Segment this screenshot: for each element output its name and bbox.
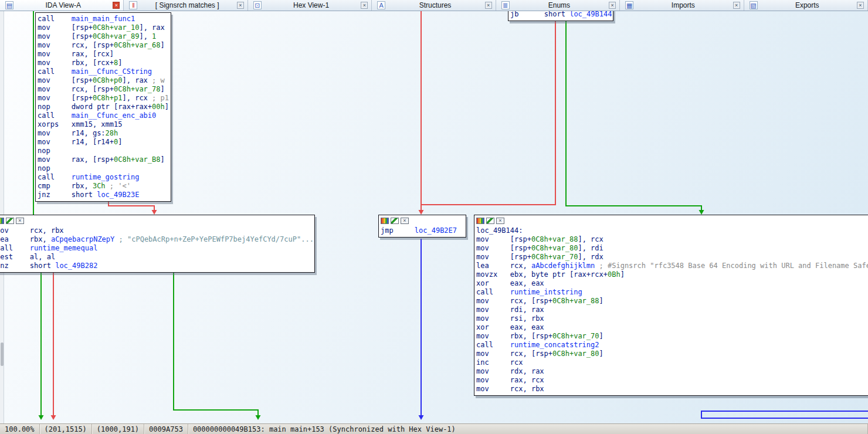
code-listing: jmp loc_49B2E7 (379, 225, 466, 237)
tab-close-icon[interactable]: × (361, 2, 368, 9)
node-color-icon[interactable] (381, 218, 389, 224)
code-text: call (38, 15, 72, 23)
code-text (114, 235, 118, 243)
node-loc-49b144[interactable]: ×loc_49B144:mov [rsp+0C8h+var_88], rcxmo… (474, 215, 868, 396)
code-text: 0C8h+var_10 (93, 23, 139, 32)
code-text: ] (599, 350, 603, 358)
exports-icon: ▧ (750, 1, 758, 9)
node-edit-icon[interactable] (391, 218, 399, 224)
code-ref[interactable]: runtime_intstring (510, 288, 582, 296)
imports-icon: ▦ (625, 1, 633, 9)
tab-structures[interactable]: AStructures× (372, 0, 496, 11)
code-ref[interactable]: aAbcdefghijklmn (531, 262, 595, 270)
code-text: xorps xmm15, xmm15 (38, 120, 123, 128)
node-edit-icon[interactable] (6, 218, 14, 224)
tab-exports[interactable]: ▧Exports× (744, 0, 868, 11)
code-ref[interactable]: aCpqebacrpNZepY (51, 235, 114, 243)
edge-false-memequal-down-arrowhead (51, 415, 56, 420)
node-frame-icon[interactable]: × (16, 218, 24, 224)
code-text: ; "cPQebAcRp+n+ZeP+YePEWfP7bej4YefCYd/7c… (119, 235, 314, 243)
code-ref[interactable]: runtime_gostring (72, 173, 140, 181)
code-ref[interactable]: main_main_func1 (72, 15, 135, 23)
code-text: ], rax (123, 76, 152, 84)
tab-enums[interactable]: ≣Enums× (496, 0, 620, 11)
node-jmp-block[interactable]: ×jmp loc_49B2E7 (378, 215, 466, 238)
tab-close-icon[interactable]: × (485, 2, 492, 9)
code-ref[interactable]: loc_49B144 (569, 11, 612, 18)
code-line: inc rcx (476, 358, 868, 367)
code-line: lea rbx, aCpqebacrpNZepY ; "cPQebAcRp+n+… (0, 235, 313, 244)
code-line: jnz short loc_49B23E (38, 191, 169, 199)
code-line: mov [rsp+0C8h+var_89], 1 (38, 32, 169, 41)
tab-label: Imports (633, 1, 733, 9)
code-ref[interactable]: main__Cfunc_enc_abi0 (72, 111, 157, 120)
node-frame-icon[interactable]: × (496, 218, 504, 224)
node-main-block[interactable]: call main_main_func1mov [rsp+0C8h+var_10… (35, 12, 171, 202)
status-address-info: 000000000049B153: main main+153 (Synchro… (188, 424, 868, 434)
code-text: mov rsi, rbx (476, 314, 544, 323)
node-header: × (0, 215, 314, 225)
code-text: ], rax (139, 23, 164, 32)
code-text: xor eax, eax (476, 323, 544, 331)
code-ref[interactable]: runtime_memequal (30, 244, 98, 252)
code-text: ] (599, 332, 603, 340)
tab-close-icon[interactable]: × (733, 2, 740, 9)
status-zoom: 100.00% (0, 424, 40, 434)
tab-imports[interactable]: ▦Imports× (620, 0, 744, 11)
code-ref[interactable]: runtime_concatstring2 (510, 341, 599, 349)
tab-signsrch-matches[interactable]: ‖[ Signsrch matches ]× (124, 0, 247, 11)
left-scrollbar-thumb[interactable] (1, 343, 4, 366)
code-text: mov [rsp+ (38, 76, 93, 84)
tab-label: IDA View-A (13, 1, 113, 9)
code-listing: mov rcx, rbxlea rbx, aCpqebacrpNZepY ; "… (0, 225, 314, 272)
code-line: mov [rsp+0C8h+var_70], rdx (476, 253, 868, 262)
code-ref[interactable]: loc_49B23E (97, 191, 139, 199)
node-jb-block[interactable]: jb short loc_49B144 (508, 11, 613, 21)
graph-canvas[interactable]: call main_main_func1mov [rsp+0C8h+var_10… (0, 11, 868, 423)
code-line: call runtime_intstring (476, 288, 868, 297)
code-text: test al, al (0, 253, 55, 261)
code-line: mov rcx, [rsp+0C8h+var_78] (38, 85, 169, 94)
code-text: mov rcx, [rsp+ (38, 41, 114, 49)
node-color-icon[interactable] (0, 218, 4, 224)
code-text: mov [rsp+ (476, 235, 531, 243)
code-text: 1 (152, 32, 156, 40)
code-text: mov [rsp+ (38, 23, 93, 32)
code-ref[interactable]: loc_49B2E7 (415, 226, 457, 235)
code-text: mov rdi, rax (476, 306, 544, 314)
code-line: mov rcx, rbx (0, 226, 313, 235)
code-line: mov rdi, rax (476, 306, 868, 314)
code-text: mov rcx, [rsp+ (38, 85, 114, 93)
code-text: 0C8h+var_88 (552, 297, 599, 305)
code-text: ; w (152, 76, 165, 84)
tab-ida-view-a[interactable]: ▤IDA View-A× (0, 0, 124, 11)
node-header: × (379, 215, 466, 225)
node-frame-icon[interactable]: × (401, 218, 409, 224)
edge-true-memequal-down-arrowhead (256, 415, 261, 420)
node-memequal-block[interactable]: ×mov rcx, rbxlea rbx, aCpqebacrpNZepY ; … (0, 215, 315, 273)
code-listing: loc_49B144:mov [rsp+0C8h+var_88], rcxmov… (474, 225, 868, 395)
code-text: ; '<' (110, 182, 131, 190)
status-graph-pos: (1000,191) (92, 424, 144, 434)
edge-true-branch-left-arrowhead (39, 415, 44, 420)
tab-close-icon[interactable]: × (237, 2, 244, 9)
code-text: 0C8h+var_80 (531, 244, 578, 252)
code-text: ; p1 (152, 94, 169, 102)
code-text: ], rdx (578, 253, 603, 261)
node-edit-icon[interactable] (486, 218, 494, 224)
tab-close-icon[interactable]: × (857, 2, 864, 9)
code-line: jnz short loc_49B282 (0, 262, 313, 270)
node-color-icon[interactable] (476, 218, 484, 224)
code-text: jb short (510, 11, 569, 18)
code-text (106, 182, 110, 190)
code-text: mov rax, rcx (476, 376, 544, 384)
code-ref[interactable]: loc_49B282 (55, 262, 97, 270)
tab-close-icon[interactable]: × (609, 2, 616, 9)
code-text: 0C8h+var_88 (531, 235, 578, 243)
code-text: lea rcx, (476, 262, 531, 270)
code-ref[interactable]: main__Cfunc_CString (72, 67, 152, 76)
tab-hex-view-1[interactable]: ⊡Hex View-1× (248, 0, 372, 11)
code-line: jb short loc_49B144 (510, 11, 611, 19)
tab-close-icon[interactable]: × (113, 2, 120, 9)
code-line: movzx ebx, byte ptr [rax+rcx+0Bh] (476, 270, 868, 279)
